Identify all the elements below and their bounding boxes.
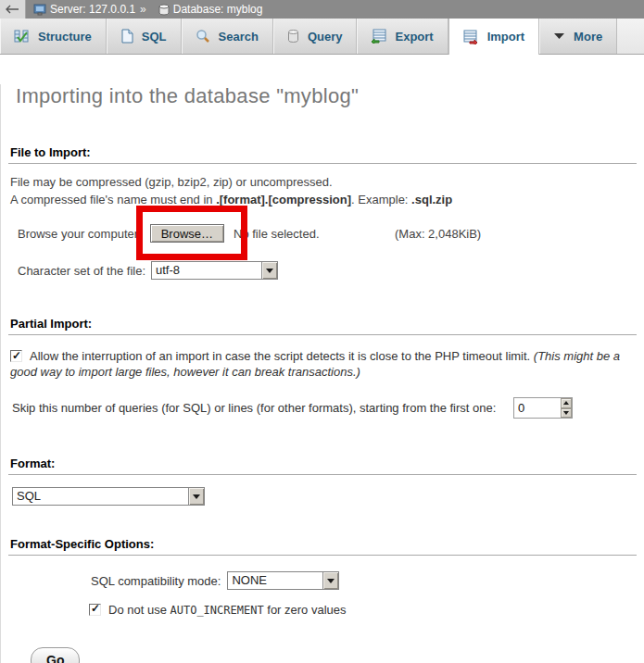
skip-queries-input[interactable] <box>514 398 561 418</box>
tab-label: Search <box>219 30 259 44</box>
tab-label: Import <box>487 30 524 44</box>
charset-select[interactable]: utf-8 <box>151 261 278 280</box>
section-heading-file-to-import: File to Import: <box>8 145 637 164</box>
phpmyadmin-import-page: Server: 127.0.0.1 » Database: myblog Str… <box>0 0 644 663</box>
tab-structure[interactable]: Structure <box>0 19 107 54</box>
breadcrumb-bar: Server: 127.0.0.1 » Database: myblog <box>0 0 644 19</box>
chevron-down-icon[interactable] <box>188 488 204 505</box>
highlight-rectangle <box>136 206 247 260</box>
format-selected-value: SQL <box>13 488 188 505</box>
skip-queries-label: Skip this number of queries (for SQL) or… <box>12 401 496 415</box>
tab-bar: Structure SQL Search Query Export <box>0 19 644 55</box>
tab-label: SQL <box>142 30 167 44</box>
submit-row: Go <box>31 647 637 663</box>
tab-label: Export <box>395 30 433 44</box>
tab-query[interactable]: Query <box>273 19 358 54</box>
structure-icon <box>14 29 30 44</box>
sql-icon <box>120 29 133 44</box>
tab-more[interactable]: More <box>539 19 617 54</box>
tab-search[interactable]: Search <box>182 19 273 54</box>
autoincrement-row: Do not use AUTO_INCREMENT for zero value… <box>8 603 637 617</box>
section-heading-format-specific: Format-Specific Options: <box>8 537 637 556</box>
allow-interrupt-text: Allow the interruption of an import in c… <box>30 349 534 363</box>
sql-compat-label: SQL compatibility mode: <box>91 574 221 588</box>
section-heading-partial-import: Partial Import: <box>8 317 637 335</box>
autoincrement-keyword: AUTO_INCREMENT <box>170 604 264 617</box>
breadcrumb-database[interactable]: Database: myblog <box>173 3 263 16</box>
tab-export[interactable]: Export <box>357 19 448 54</box>
allow-interrupt-row: Allow the interruption of an import in c… <box>10 348 637 380</box>
format-select[interactable]: SQL <box>12 487 205 506</box>
autoincrement-text-prefix: Do not use <box>108 603 170 617</box>
section-heading-format: Format: <box>8 457 637 475</box>
tab-sql[interactable]: SQL <box>107 19 182 54</box>
spinner-down-icon[interactable] <box>561 408 572 419</box>
tab-import[interactable]: Import <box>448 19 539 55</box>
text-segment: . Example: <box>351 193 411 206</box>
chevron-down-icon <box>553 32 565 40</box>
autoincrement-checkbox[interactable] <box>89 604 101 616</box>
export-icon <box>371 29 386 44</box>
import-content: Importing into the database "myblog" Fil… <box>0 84 644 663</box>
max-upload-size-text: (Max: 2,048KiB) <box>395 227 481 241</box>
spinner-up-icon[interactable] <box>561 398 572 408</box>
chevron-down-icon[interactable] <box>322 572 338 589</box>
compression-note-line2: A compressed file's name must end in .[f… <box>10 193 637 207</box>
browse-label: Browse your computer: <box>18 227 142 241</box>
breadcrumb-server[interactable]: Server: 127.0.0.1 <box>50 3 135 16</box>
format-row: SQL <box>12 487 637 506</box>
skip-queries-spinner[interactable] <box>513 397 573 419</box>
tab-bar-filler <box>617 19 644 54</box>
import-icon <box>463 30 479 44</box>
charset-row: Character set of the file: utf-8 <box>18 261 637 280</box>
page-title: Importing into the database "myblog" <box>16 84 637 108</box>
breadcrumb-separator: » <box>140 3 146 16</box>
chevron-down-icon[interactable] <box>261 262 277 279</box>
query-icon <box>287 29 299 44</box>
section-format-specific-options: Format-Specific Options: SQL compatibili… <box>8 537 637 617</box>
compression-note-line1: File may be compressed (gzip, bzip2, zip… <box>10 175 637 190</box>
text-segment: A compressed file's name must end in <box>10 193 216 206</box>
search-icon <box>196 29 210 44</box>
tab-label: More <box>574 30 602 44</box>
charset-selected-value: utf-8 <box>152 262 261 279</box>
back-button[interactable] <box>0 0 26 19</box>
sql-compat-select[interactable]: NONE <box>227 571 339 590</box>
tab-label: Structure <box>38 30 92 44</box>
server-icon <box>33 4 46 16</box>
database-icon <box>158 4 170 16</box>
format-pattern-text: .[format].[compression] <box>216 193 351 206</box>
sql-compat-row: SQL compatibility mode: NONE <box>8 571 637 590</box>
sql-compat-selected-value: NONE <box>228 572 322 589</box>
file-upload-row: Browse your computer: Browse… No file se… <box>18 223 637 244</box>
tab-label: Query <box>308 30 343 44</box>
left-arrow-icon <box>6 3 19 17</box>
example-extension-text: .sql.zip <box>411 193 452 206</box>
spinner-buttons <box>561 398 572 418</box>
section-format: Format: SQL <box>8 457 637 506</box>
skip-queries-row: Skip this number of queries (for SQL) or… <box>12 397 637 419</box>
allow-interrupt-checkbox[interactable] <box>10 350 22 362</box>
section-partial-import: Partial Import: Allow the interruption o… <box>8 317 637 419</box>
autoincrement-text-suffix: for zero values <box>264 603 347 617</box>
section-file-to-import: File to Import: File may be compressed (… <box>8 145 637 280</box>
charset-label: Character set of the file: <box>18 264 145 278</box>
go-button[interactable]: Go <box>31 647 80 663</box>
